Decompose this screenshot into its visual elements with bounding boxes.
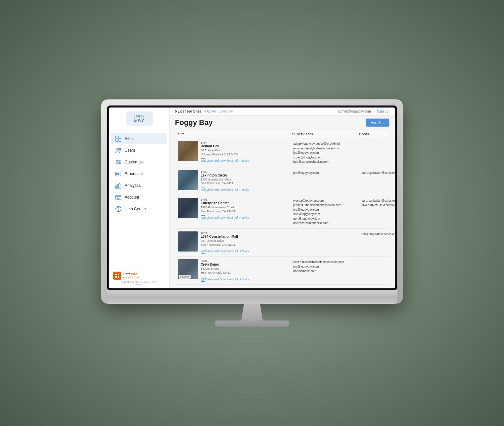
screen: Foggy BAY [109, 108, 395, 288]
site-img-placeholder [178, 141, 198, 161]
user-email: admin@foggybay.com [338, 110, 371, 113]
activity-button[interactable]: ↺ Activity [235, 215, 249, 220]
active-count: 4 Active [204, 110, 216, 113]
customize-icon [115, 159, 121, 165]
supervisors-cell: joe@foggybay.com [293, 170, 360, 175]
site-number: 1764 [201, 141, 292, 144]
hosts-cell: sarah.gaballah@safesitecheckin.comsiva.d… [362, 198, 395, 208]
svg-rect-2 [116, 139, 118, 141]
view-download-button[interactable]: QR View and Download [201, 215, 233, 220]
site-details: 1071 L374 Constellation Mall 967 Decker … [201, 231, 292, 254]
licensed-count: 5 Licensed Sites [175, 110, 201, 113]
site-actions: QR View and Download ↺ Activity [201, 158, 292, 163]
grid-icon [115, 136, 121, 142]
activity-button[interactable]: ↺ Activity [235, 249, 249, 254]
sidebar-item-broadcast[interactable]: Broadcast [111, 168, 167, 180]
sidebar-item-analytics[interactable]: Analytics [111, 180, 167, 191]
supervisors-cell: eileen.meredith@safesitecheckin.comjoe@f… [293, 259, 360, 274]
sidebar-item-label-broadcast: Broadcast [125, 171, 143, 176]
site-image [178, 231, 198, 252]
activity-button[interactable]: ↺ Activity [235, 158, 249, 163]
sign-out-link[interactable]: Sign out [377, 110, 389, 113]
site-info: 1701 Enterprise Center 1966 Roddenberry … [178, 198, 292, 220]
sidebar-footer: Safe Site CHECK IN © 2021 Safe Site Chec… [109, 269, 169, 288]
site-actions: QR View and Download ↺ Activity [201, 188, 292, 192]
activity-icon: ↺ [235, 188, 238, 192]
sidebar: Foggy BAY [109, 108, 170, 288]
sidebar-item-sites[interactable]: Sites [111, 133, 167, 144]
view-download-button[interactable]: QR View and Download [201, 277, 233, 282]
sidebar-item-users[interactable]: Users [111, 145, 167, 156]
safesite-text-group: Safe Site CHECK IN [123, 272, 139, 279]
site-address: 1700 Constitution WaySan Francisco, CA 9… [201, 178, 292, 186]
table-row: Inactive 2001 Crew Demo 1 Main StreetTor… [175, 257, 389, 284]
safesite-icon [113, 272, 121, 280]
page-header: Foggy Bay Add Site [170, 116, 395, 130]
sidebar-item-help[interactable]: Help Center [111, 203, 167, 215]
safesite-logo: Safe Site CHECK IN [113, 272, 165, 280]
site-address: 967 Decker DriveSan Francisco, CA 94104 [201, 239, 292, 247]
site-name: Defiant Deli [201, 144, 292, 148]
activity-label: Activity [239, 159, 249, 162]
sidebar-item-label-customize: Customize [125, 160, 144, 164]
site-image: Inactive [178, 259, 198, 279]
site-address: 68 Tholia WayVulcan, Alberta AB SPO CK [201, 149, 292, 156]
svg-point-12 [118, 173, 119, 175]
activity-button[interactable]: ↺ Activity [235, 277, 249, 282]
activity-label: Activity [239, 216, 249, 219]
col-hosts: Hosts [359, 132, 395, 136]
site-details: 1709 Lexington Circle 1700 Constitution … [201, 170, 292, 192]
sidebar-item-account[interactable]: Account [111, 192, 167, 203]
monitor-stand-base [215, 321, 289, 327]
site-img-placeholder [178, 198, 198, 218]
site-number: 1709 [201, 170, 292, 173]
svg-rect-0 [116, 136, 118, 138]
logo-box: Foggy BAY [126, 112, 153, 126]
view-download-button[interactable]: QR View and Download [201, 158, 233, 163]
activity-label: Activity [239, 188, 249, 192]
supervisors-cell [293, 231, 360, 232]
logo-area: Foggy BAY [109, 108, 169, 130]
qr-icon: QR [201, 277, 205, 282]
svg-rect-24 [118, 274, 119, 275]
hosts-cell [362, 141, 395, 142]
activity-icon: ↺ [235, 215, 238, 220]
site-actions: QR View and Download ↺ Activity [201, 215, 292, 220]
monitor-stand-neck [239, 304, 265, 321]
activity-label: Activity [239, 278, 249, 281]
site-info: 1071 L374 Constellation Mall 967 Decker … [178, 231, 292, 254]
licensed-info: 5 Licensed Sites 4 Active 5 Inactive [175, 110, 233, 113]
col-site: Site [178, 132, 292, 136]
view-download-label: View and Download [206, 278, 233, 281]
table-row: 1071 L374 Constellation Mall 967 Decker … [175, 229, 389, 257]
site-name: L374 Constellation Mall [201, 235, 292, 238]
site-image [178, 141, 198, 161]
page-title: Foggy Bay [175, 118, 212, 127]
activity-icon: ↺ [235, 277, 238, 282]
site-img-placeholder [178, 170, 198, 190]
svg-rect-26 [118, 276, 119, 278]
logo-foggy: Foggy [130, 114, 149, 118]
svg-rect-23 [115, 274, 117, 275]
divider: | [374, 110, 375, 113]
add-site-button[interactable]: Add Site [366, 119, 389, 127]
nav-items: Sites [109, 130, 169, 269]
inactive-badge: Inactive [179, 275, 191, 279]
view-download-button[interactable]: QR View and Download [201, 249, 233, 254]
site-name: Enterprise Center [201, 201, 292, 205]
sites-table: Site Supervisors Hosts Client [170, 130, 395, 288]
site-image [178, 170, 198, 190]
view-download-label: View and Download [206, 216, 233, 219]
activity-button[interactable]: ↺ Activity [235, 188, 249, 192]
safesite-name: Safe [123, 272, 130, 276]
supervisors-cell: Hector@foggybay.comjennifer.jones@safesi… [293, 198, 360, 226]
activity-icon: ↺ [235, 158, 238, 163]
view-download-button[interactable]: QR View and Download [201, 188, 233, 192]
safesite-name2: Site [131, 272, 137, 276]
sidebar-item-customize[interactable]: Customize [111, 156, 167, 168]
sidebar-item-label-sites: Sites [125, 136, 134, 141]
sidebar-item-label-account: Account [125, 195, 139, 200]
main-content: 5 Licensed Sites 4 Active 5 Inactive adm… [170, 108, 395, 288]
table-row: 1764 Defiant Deli 68 Tholia WayVulcan, A… [175, 138, 389, 167]
svg-rect-25 [115, 276, 117, 278]
